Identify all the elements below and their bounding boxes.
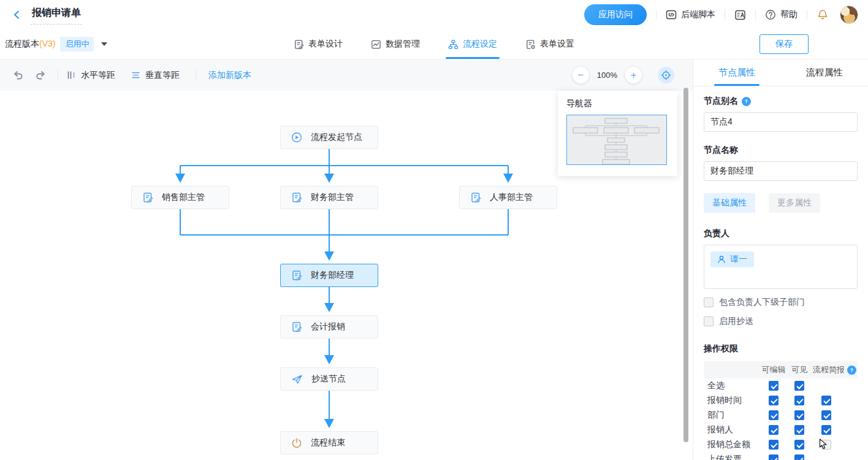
checkbox[interactable] xyxy=(769,410,779,420)
checkbox[interactable] xyxy=(794,440,804,450)
flow-version-selector[interactable]: 流程版本(V3) 启用中 xyxy=(5,37,107,52)
zoom-in-button[interactable]: + xyxy=(625,67,642,83)
app-access-button[interactable]: 应用访问 xyxy=(584,4,647,25)
back-button[interactable] xyxy=(10,7,25,22)
form-design-icon xyxy=(294,39,304,50)
node-finance-manager[interactable]: 财务部经理 xyxy=(280,264,378,287)
checkbox[interactable] xyxy=(821,425,831,435)
checkbox[interactable] xyxy=(794,381,804,391)
help-button[interactable]: 帮助 xyxy=(765,9,798,20)
node-alias-input[interactable] xyxy=(704,112,858,132)
node-start[interactable]: 流程发起节点 xyxy=(280,126,378,149)
vertical-bars-icon xyxy=(67,71,76,80)
tab-data-management[interactable]: 数据管理 xyxy=(371,29,420,59)
backend-script-button[interactable]: 后端脚本 xyxy=(666,9,715,20)
owner-picker[interactable]: 谭一 xyxy=(704,245,858,289)
checkbox[interactable] xyxy=(794,396,804,405)
navigator-minimap[interactable] xyxy=(566,115,667,165)
permissions-table: 可编辑 可见 流程简报 全选 xyxy=(704,361,858,460)
page-title[interactable]: 报销申请单 xyxy=(31,6,82,25)
translate-button[interactable] xyxy=(734,9,746,21)
node-cc[interactable]: 抄送节点 xyxy=(280,367,378,391)
locate-button[interactable] xyxy=(658,67,674,83)
user-avatar[interactable] xyxy=(840,6,858,24)
checkbox[interactable] xyxy=(769,440,779,450)
tab-label: 表单设计 xyxy=(308,39,343,50)
attribute-toggle: 基础属性 更多属性 xyxy=(704,193,858,213)
divider xyxy=(725,10,725,20)
node-label: 流程结束 xyxy=(311,437,345,448)
owner-tag[interactable]: 谭一 xyxy=(710,251,754,267)
checkbox[interactable] xyxy=(769,381,779,391)
basic-attributes-button[interactable]: 基础属性 xyxy=(704,193,755,213)
question-circle-icon xyxy=(765,9,776,20)
save-button[interactable]: 保存 xyxy=(760,34,809,54)
zoom-controls: − 100% + xyxy=(573,67,674,83)
node-accounting[interactable]: 会计报销 xyxy=(280,315,378,339)
permissions-header: 可编辑 可见 流程简报 xyxy=(704,361,858,378)
enable-cc-checkbox-row[interactable]: 启用抄送 xyxy=(704,316,858,327)
checkbox[interactable] xyxy=(769,454,779,460)
tab-flow-properties[interactable]: 流程属性 xyxy=(781,59,868,86)
node-sales-supervisor[interactable]: 销售部主管 xyxy=(131,186,229,209)
table-row: 上传发票 xyxy=(704,452,858,460)
divider xyxy=(196,70,196,81)
tab-label: 流程设定 xyxy=(463,39,497,50)
document-edit-icon xyxy=(470,192,481,203)
checkbox[interactable] xyxy=(821,410,831,420)
undo-button[interactable] xyxy=(12,69,24,81)
tab-form-settings[interactable]: 表单设置 xyxy=(525,29,574,59)
panel-body: 节点别名 节点名称 基础属性 更多属性 负责人 xyxy=(693,86,868,460)
owner-name: 谭一 xyxy=(730,254,747,265)
power-icon xyxy=(291,437,302,448)
help-icon[interactable] xyxy=(847,366,856,375)
redo-button[interactable] xyxy=(35,69,47,81)
divider xyxy=(755,10,756,20)
document-edit-icon xyxy=(291,321,302,332)
node-end[interactable]: 流程结束 xyxy=(280,431,378,454)
divider xyxy=(807,10,807,20)
person-icon xyxy=(717,255,726,264)
checkbox[interactable] xyxy=(794,454,804,460)
paper-plane-icon xyxy=(291,374,303,385)
vertical-scrollbar[interactable] xyxy=(683,88,688,442)
node-alias-label: 节点别名 xyxy=(704,95,858,107)
minimap-graphic xyxy=(567,115,666,164)
checkbox[interactable] xyxy=(821,396,831,405)
include-sub-dept-checkbox-row[interactable]: 包含负责人下级子部门 xyxy=(704,297,858,308)
chevron-down-icon[interactable] xyxy=(101,42,107,46)
document-edit-icon xyxy=(291,270,302,281)
enable-cc-label: 启用抄送 xyxy=(719,316,753,327)
table-row: 报销时间 xyxy=(704,393,858,408)
add-version-link[interactable]: 添加新版本 xyxy=(208,70,251,81)
node-name-input[interactable] xyxy=(704,161,858,181)
tab-flow-setting[interactable]: 流程设定 xyxy=(448,29,497,59)
top-header: 报销申请单 应用访问 后端脚本 帮助 xyxy=(0,0,868,29)
checkbox[interactable] xyxy=(704,316,714,326)
help-icon[interactable] xyxy=(742,97,751,106)
tab-form-design[interactable]: 表单设计 xyxy=(294,29,343,59)
checkbox[interactable] xyxy=(794,410,804,420)
header-actions: 应用访问 后端脚本 帮助 xyxy=(584,4,858,25)
notification-bell-icon[interactable] xyxy=(817,9,829,21)
data-chart-icon xyxy=(371,39,381,50)
node-label: 人事部主管 xyxy=(490,192,533,203)
horizontal-spacing-button[interactable]: 水平等距 xyxy=(67,70,115,81)
checkbox[interactable] xyxy=(769,396,779,405)
zoom-out-button[interactable]: − xyxy=(573,67,589,83)
document-edit-icon xyxy=(142,192,153,203)
checkbox[interactable] xyxy=(794,425,804,435)
vertical-spacing-button[interactable]: 垂直等距 xyxy=(131,70,180,81)
flow-chart-icon xyxy=(448,39,459,50)
checkbox[interactable] xyxy=(821,440,831,450)
node-hr-supervisor[interactable]: 人事部主管 xyxy=(459,186,557,209)
table-row: 部门 xyxy=(704,408,858,423)
more-attributes-button[interactable]: 更多属性 xyxy=(769,193,820,213)
node-finance-supervisor[interactable]: 财务部主管 xyxy=(280,186,378,209)
tab-node-properties[interactable]: 节点属性 xyxy=(693,59,781,86)
app-window: 报销申请单 应用访问 后端脚本 帮助 xyxy=(0,0,868,460)
col-visible: 可见 xyxy=(788,364,811,375)
form-settings-icon xyxy=(525,39,536,50)
checkbox[interactable] xyxy=(769,425,779,435)
checkbox[interactable] xyxy=(704,297,714,307)
